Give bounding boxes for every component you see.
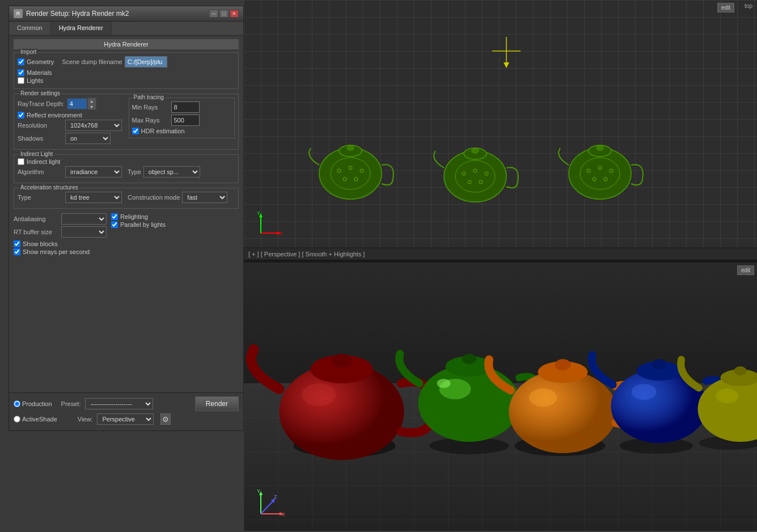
axis-indicator-top bbox=[489, 34, 523, 79]
close-button[interactable]: ✕ bbox=[230, 10, 239, 18]
preset-dropdown[interactable]: -------------------- bbox=[85, 398, 153, 409]
svg-point-56 bbox=[529, 389, 557, 407]
rt-buffer-label: RT buffer size bbox=[14, 229, 59, 235]
scene-dump-label: Scene dump filename bbox=[62, 58, 122, 65]
svg-point-64 bbox=[734, 366, 747, 375]
resolution-row: Resolution 1024x768 bbox=[18, 120, 124, 131]
svg-marker-1 bbox=[504, 62, 509, 68]
construction-dropdown[interactable]: fast bbox=[182, 192, 227, 203]
svg-point-15 bbox=[472, 149, 479, 153]
tab-common[interactable]: Common bbox=[9, 22, 51, 35]
algorithm-label: Algorithm bbox=[18, 168, 63, 175]
reflect-env-label: Reflect environment bbox=[27, 112, 82, 119]
hdr-label: HDR estimation bbox=[141, 128, 185, 134]
raytrace-row: RayTrace Depth: ▲ ▼ bbox=[18, 98, 124, 110]
show-blocks-checkbox[interactable] bbox=[14, 240, 20, 247]
teapot-silhouette-mid bbox=[433, 137, 523, 210]
construction-label: Construction mode bbox=[128, 194, 180, 201]
indirect-light-group-label: Indirect Light bbox=[19, 151, 54, 157]
import-group-label: Import bbox=[19, 49, 38, 55]
raytrace-down[interactable]: ▼ bbox=[88, 104, 96, 109]
max-rays-row: Max Rays bbox=[132, 115, 232, 126]
materials-checkbox[interactable] bbox=[18, 69, 24, 76]
mini-render-top[interactable]: edit bbox=[717, 3, 734, 12]
acceleration-label: Acceleration structures bbox=[19, 184, 80, 191]
view-settings-button[interactable]: ⚙ bbox=[160, 413, 171, 425]
raytrace-up[interactable]: ▲ bbox=[88, 98, 96, 104]
algorithm-dropdown[interactable]: irradiance bbox=[65, 166, 122, 178]
minimize-button[interactable]: ─ bbox=[209, 10, 218, 18]
teapot-silhouette-left bbox=[308, 134, 399, 208]
rt-buffer-dropdown[interactable] bbox=[61, 226, 107, 238]
resolution-dropdown[interactable]: 1024x768 bbox=[65, 120, 122, 131]
svg-text:Y: Y bbox=[257, 488, 260, 494]
production-option: Production bbox=[14, 400, 52, 407]
hdr-checkbox[interactable] bbox=[132, 128, 139, 134]
show-mrays-row: Show mrays per second bbox=[14, 248, 239, 255]
svg-point-46 bbox=[302, 383, 336, 406]
indirect-light-checkbox[interactable] bbox=[18, 158, 24, 165]
min-rays-label: Min Rays bbox=[132, 104, 169, 111]
indirect-light-label: Indirect light bbox=[27, 158, 60, 165]
show-mrays-checkbox[interactable] bbox=[14, 248, 20, 255]
restore-button[interactable]: □ bbox=[219, 10, 229, 18]
dialog-tabs: Common Hydra Renderer bbox=[9, 22, 243, 36]
materials-row: Materials bbox=[18, 69, 235, 76]
production-label: Production bbox=[22, 400, 52, 407]
indirect-light-group: Indirect Light Indirect light Algorithm … bbox=[14, 154, 239, 183]
shadows-dropdown[interactable]: on bbox=[65, 133, 111, 144]
viewport-bottom: [ + ] [ Perspective ] [ Smooth + Highlig… bbox=[244, 248, 757, 531]
dialog-title: Render Setup: Hydra Render mk2 bbox=[26, 10, 129, 18]
accel-type-label: Type bbox=[18, 194, 63, 201]
relighting-label: Relighting bbox=[120, 213, 148, 220]
render-button[interactable]: Render bbox=[195, 396, 239, 411]
svg-point-24 bbox=[597, 146, 603, 150]
view-dropdown[interactable]: Perspective bbox=[97, 413, 154, 425]
scene-dump-input[interactable] bbox=[125, 56, 167, 67]
svg-point-65 bbox=[716, 389, 739, 403]
parallel-lights-checkbox[interactable] bbox=[111, 221, 118, 228]
misc-settings: Antialiasing RT buffer size bbox=[14, 213, 239, 255]
tab-hydra-renderer[interactable]: Hydra Renderer bbox=[51, 22, 112, 35]
hdr-row: HDR estimation bbox=[132, 128, 232, 134]
production-radio[interactable] bbox=[14, 400, 20, 407]
svg-text:Z: Z bbox=[274, 494, 277, 500]
antialiasing-label: Antialiasing bbox=[14, 216, 59, 222]
lights-checkbox[interactable] bbox=[18, 77, 24, 84]
min-rays-input[interactable] bbox=[171, 102, 200, 113]
min-rays-row: Min Rays bbox=[132, 102, 232, 113]
max-rays-input[interactable] bbox=[171, 115, 200, 126]
svg-point-55 bbox=[555, 359, 571, 370]
indirect-type-label: Type bbox=[128, 168, 141, 175]
viewport-top-label: top bbox=[745, 3, 752, 9]
section-header: Hydra Renderer bbox=[14, 39, 239, 49]
shadows-row: Shadows on bbox=[18, 133, 124, 144]
accel-type-dropdown[interactable]: kd tree bbox=[65, 192, 122, 203]
viewport-top: top edit bbox=[244, 0, 757, 248]
axes-indicator-top: X Y bbox=[255, 210, 284, 239]
path-tracing-label: Path tracing bbox=[133, 94, 165, 100]
svg-point-49 bbox=[462, 354, 477, 364]
activeshade-label: ActiveShade bbox=[22, 416, 57, 423]
geometry-row: Geometry Scene dump filename bbox=[18, 56, 235, 67]
rt-buffer-row: RT buffer size bbox=[14, 226, 107, 238]
relighting-row: Relighting bbox=[111, 213, 166, 220]
raytrace-depth-input[interactable] bbox=[67, 98, 87, 109]
indirect-type-dropdown[interactable]: object sp... bbox=[143, 166, 200, 178]
show-blocks-label: Show blocks bbox=[23, 240, 58, 247]
geometry-label: Geometry bbox=[27, 58, 54, 65]
raytrace-depth-label: RayTrace Depth: bbox=[18, 100, 65, 107]
relighting-checkbox[interactable] bbox=[111, 213, 118, 220]
render-settings-group: Render settings RayTrace Depth: ▲ ▼ bbox=[14, 94, 239, 150]
lights-row: Lights bbox=[18, 77, 235, 84]
preset-label: Preset: bbox=[61, 400, 81, 407]
reflect-env-checkbox[interactable] bbox=[18, 112, 24, 119]
activeshade-radio[interactable] bbox=[14, 416, 20, 423]
raytrace-spinner: ▲ ▼ bbox=[67, 98, 96, 110]
import-group: Import Geometry Scene dump filename Mate… bbox=[14, 52, 239, 89]
accel-type-row: Type kd tree Construction mode fast bbox=[18, 192, 235, 203]
svg-text:Y: Y bbox=[257, 210, 260, 216]
geometry-checkbox[interactable] bbox=[18, 58, 24, 65]
antialiasing-dropdown[interactable] bbox=[61, 213, 107, 225]
render-scene: edit bbox=[244, 263, 757, 531]
